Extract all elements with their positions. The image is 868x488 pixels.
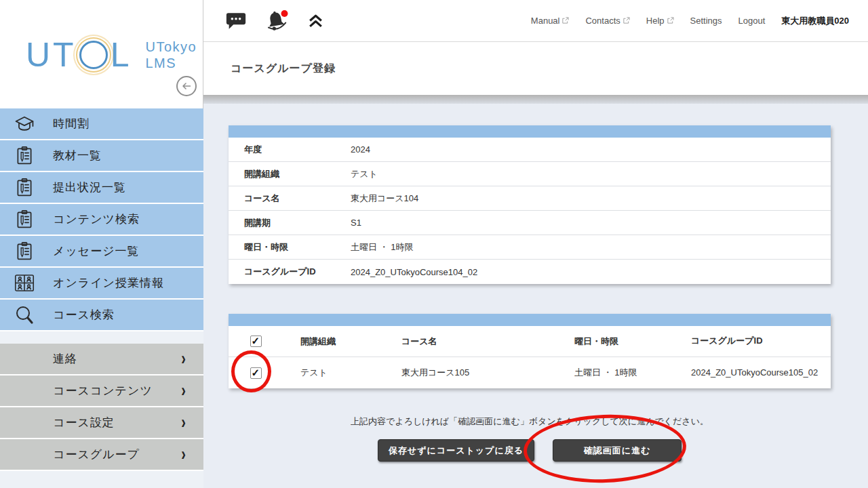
external-link-icon [667, 17, 674, 24]
chevron-right-icon [181, 348, 186, 369]
arrow-left-icon [182, 82, 191, 90]
sidebar: UTL UTokyo LMS 時間割 [0, 0, 203, 488]
sidebar-item-course-group[interactable]: コースグループ [0, 439, 203, 471]
chat-button[interactable] [225, 12, 247, 30]
chevron-right-icon [181, 380, 186, 401]
sidebar-item-message-list[interactable]: メッセージ一覧 [0, 236, 203, 268]
clipboard-pen-icon [12, 209, 37, 229]
double-chevron-up-icon [307, 13, 324, 28]
graduation-cap-icon [12, 115, 37, 133]
table-row: 年度 2024 [229, 138, 831, 162]
table-row: コースグループID 2024_Z0_UTokyoCourse104_02 [229, 260, 831, 284]
sidebar-logo-area: UTL UTokyo LMS [0, 0, 203, 108]
chevron-right-icon [181, 444, 186, 465]
manual-link[interactable]: Manual [531, 16, 570, 26]
logo-subtitle-line2: LMS [145, 55, 197, 71]
sidebar-course-menu: 連絡 コースコンテンツ コース設定 コースグループ [0, 344, 203, 471]
sidebar-main-menu: 時間割 教材一覧 提出状況一覧 [0, 108, 203, 331]
clipboard-pen-icon [12, 241, 37, 261]
logo-subtitle-line1: UTokyo [145, 39, 197, 55]
notification-dot [281, 10, 288, 17]
main-area: Manual Contacts Help Settings [203, 0, 868, 488]
back-to-course-top-button[interactable]: 保存せずにコーストップに戻る [378, 439, 534, 462]
bell-icon [264, 9, 290, 33]
chat-bubble-icon [225, 12, 247, 30]
logo-text-left: UT [26, 35, 77, 75]
external-link-icon [623, 17, 630, 24]
instruction-note: 上記内容でよろしければ「確認画面に進む」ボタンをクリックして次に進んでください。 [229, 415, 831, 428]
topbar: Manual Contacts Help Settings [203, 0, 868, 42]
sidebar-item-course-settings[interactable]: コース設定 [0, 407, 203, 439]
group-table-header-row: 開講組織 コース名 曜日・時限 コースグループID [229, 326, 831, 357]
course-group-table: 開講組織 コース名 曜日・時限 コースグループID テスト 東大用コース105 … [229, 314, 831, 388]
logo-text-right: L [111, 35, 132, 75]
clipboard-pen-icon [12, 146, 37, 165]
topbar-links: Manual Contacts Help Settings [531, 15, 849, 27]
sidebar-item-contact[interactable]: 連絡 [0, 344, 203, 375]
header-shadow [203, 95, 868, 104]
action-buttons: 保存せずにコーストップに戻る 確認画面に進む [229, 439, 831, 462]
row-select-checkbox[interactable] [250, 367, 262, 379]
group-table-row: テスト 東大用コース105 土曜日 ・ 1時限 2024_Z0_UTokyoCo… [229, 357, 831, 388]
course-info-table-header [229, 125, 831, 138]
settings-link[interactable]: Settings [690, 16, 722, 26]
table-row: 開講期 S1 [229, 211, 831, 235]
sidebar-collapse-button[interactable] [176, 76, 197, 96]
logout-link[interactable]: Logout [738, 16, 766, 26]
chevron-right-icon [181, 412, 186, 433]
clipboard-pen-icon [12, 178, 37, 197]
search-icon [12, 305, 37, 325]
sidebar-item-course-content[interactable]: コースコンテンツ [0, 375, 203, 407]
sidebar-item-content-search[interactable]: コンテンツ検索 [0, 204, 203, 236]
course-info-table: 年度 2024 開講組織 テスト コース名 東大用コース104 開講期 S1 曜… [229, 125, 831, 284]
current-user-name: 東大用教職員020 [781, 15, 849, 27]
utol-logo: UTL UTokyo LMS [26, 35, 197, 75]
course-group-table-header [229, 314, 831, 326]
content-area: 年度 2024 開講組織 テスト コース名 東大用コース104 開講期 S1 曜… [203, 104, 868, 462]
external-link-icon [561, 17, 569, 24]
sidebar-item-materials-list[interactable]: 教材一覧 [0, 140, 203, 172]
help-link[interactable]: Help [646, 16, 674, 26]
video-meeting-icon [12, 274, 37, 292]
sidebar-item-submission-status[interactable]: 提出状況一覧 [0, 172, 203, 204]
sidebar-item-online-class-info[interactable]: オンライン授業情報 [0, 268, 203, 300]
collapse-topbar-button[interactable] [307, 13, 324, 28]
page-title: コースグループ登録 [231, 62, 336, 76]
select-all-checkbox[interactable] [250, 336, 262, 347]
table-row: 曜日・時限 土曜日 ・ 1時限 [229, 235, 831, 260]
sidebar-section-gap [0, 331, 203, 344]
sidebar-item-timetable[interactable]: 時間割 [0, 108, 203, 140]
contacts-link[interactable]: Contacts [585, 16, 629, 26]
title-bar: コースグループ登録 [203, 42, 868, 95]
table-row: 開講組織 テスト [229, 162, 831, 186]
sidebar-item-course-search[interactable]: コース検索 [0, 300, 203, 331]
table-row: コース名 東大用コース104 [229, 186, 831, 211]
proceed-to-confirm-button[interactable]: 確認画面に進む [553, 439, 682, 462]
logo-o-ring-icon [79, 41, 108, 69]
notifications-button[interactable] [264, 9, 290, 33]
